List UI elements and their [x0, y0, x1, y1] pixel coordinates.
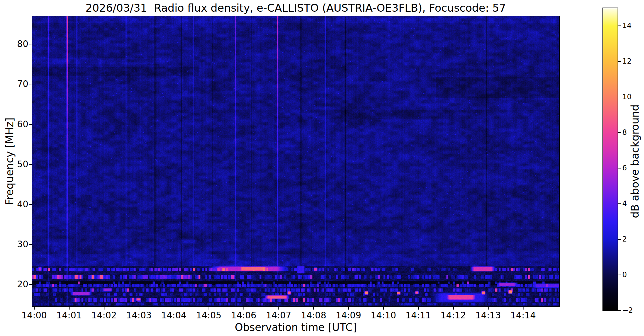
colorbar-tick-label: 4 — [622, 200, 627, 207]
colorbar-label: dB above background — [629, 105, 641, 218]
y-tick-mark — [29, 44, 32, 44]
x-tick-label: 14:07 — [260, 311, 298, 320]
y-tick-mark — [29, 164, 32, 165]
x-tick-label: 14:04 — [155, 311, 193, 320]
colorbar-tick-label: 8 — [622, 129, 627, 136]
colorbar-tick-mark — [618, 310, 621, 311]
x-tick-label: 14:13 — [469, 311, 507, 320]
y-tick-mark — [29, 84, 32, 84]
colorbar-tick-label: 14 — [622, 22, 631, 29]
x-tick-label: 14:06 — [225, 311, 263, 320]
x-tick-label: 14:08 — [295, 311, 333, 320]
x-tick-label: 14:05 — [190, 311, 228, 320]
colorbar — [602, 8, 618, 311]
colorbar-tick-mark — [618, 26, 621, 26]
figure: 2026/03/31 Radio flux density, e-CALLIST… — [0, 0, 644, 336]
y-tick-label: 70 — [0, 80, 28, 88]
y-tick-label: 30 — [0, 240, 28, 249]
x-tick-mark — [418, 307, 419, 310]
colorbar-tick-mark — [618, 239, 621, 240]
x-tick-label: 14:09 — [330, 311, 367, 320]
colorbar-gradient — [603, 8, 618, 310]
colorbar-tick-mark — [618, 61, 621, 62]
x-tick-label: 14:14 — [504, 311, 542, 320]
y-tick-mark — [29, 284, 32, 285]
x-tick-mark — [278, 307, 279, 310]
x-tick-mark — [34, 307, 35, 310]
colorbar-tick-mark — [618, 168, 621, 168]
colorbar-tick-label: 0 — [622, 271, 627, 278]
colorbar-tick-mark — [618, 97, 621, 97]
spectrogram-canvas — [32, 16, 559, 306]
colorbar-tick-label: 2 — [622, 236, 627, 243]
y-tick-mark — [29, 204, 32, 205]
colorbar-tick-label: 12 — [622, 58, 631, 65]
x-tick-mark — [104, 307, 104, 310]
x-tick-label: 14:12 — [434, 311, 472, 320]
x-tick-mark — [244, 307, 244, 310]
x-tick-label: 14:10 — [365, 311, 402, 320]
colorbar-tick-label: 6 — [622, 164, 627, 172]
colorbar-tick-mark — [618, 203, 621, 204]
x-tick-mark — [313, 307, 314, 310]
colorbar-tick-label: 10 — [622, 93, 631, 100]
x-tick-label: 14:11 — [400, 311, 437, 320]
x-tick-mark — [139, 307, 139, 310]
y-tick-mark — [29, 244, 32, 245]
colorbar-tick-mark — [618, 132, 621, 133]
x-tick-mark — [209, 307, 209, 310]
x-tick-mark — [383, 307, 384, 310]
x-tick-label: 14:02 — [85, 311, 123, 320]
x-tick-mark — [174, 307, 174, 310]
y-tick-label: 80 — [0, 40, 28, 48]
x-axis-label: Observation time [UTC] — [32, 321, 559, 333]
colorbar-tick-mark — [618, 275, 621, 275]
x-tick-label: 14:03 — [120, 311, 158, 320]
x-tick-label: 14:01 — [50, 311, 88, 320]
x-tick-mark — [453, 307, 454, 310]
colorbar-tick-label: −2 — [622, 307, 633, 314]
y-tick-label: 20 — [0, 280, 28, 289]
y-axis-label: Frequency [MHz] — [3, 117, 16, 205]
x-tick-mark — [488, 307, 489, 310]
x-tick-label: 14:00 — [15, 311, 53, 320]
x-tick-mark — [69, 307, 70, 310]
x-tick-mark — [523, 307, 524, 310]
y-tick-mark — [29, 124, 32, 125]
x-tick-mark — [348, 307, 349, 310]
chart-title: 2026/03/31 Radio flux density, e-CALLIST… — [32, 2, 559, 14]
